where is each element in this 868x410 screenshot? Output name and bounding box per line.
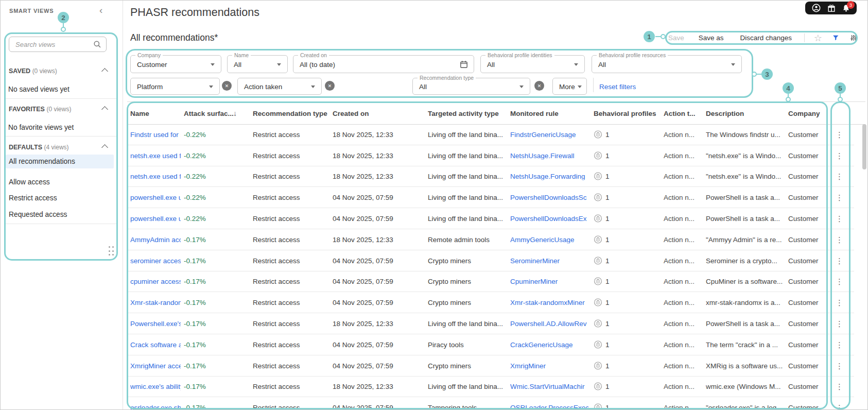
- column-header-description[interactable]: Description: [706, 109, 787, 117]
- monitored-rule-link[interactable]: OSRLoader.ProcessExec: [510, 404, 588, 410]
- behavioral-profiles-cell: 1: [594, 319, 610, 328]
- recommendation-name-link[interactable]: XmrigMiner acces: [130, 362, 181, 369]
- row-menu-kebab-icon[interactable]: ⋮: [836, 215, 843, 222]
- row-menu-kebab-icon[interactable]: ⋮: [836, 320, 843, 327]
- recommendation-type-filter[interactable]: Recommendation type All: [412, 78, 530, 95]
- sidebar-item-allow-access[interactable]: Allow access: [9, 178, 50, 186]
- column-header-company[interactable]: Company: [788, 109, 820, 117]
- chevron-down-icon: [578, 86, 582, 88]
- favorites-section-header[interactable]: FAVORITES (0 views): [9, 106, 71, 113]
- recommendation-name-link[interactable]: Crack software ac: [130, 340, 181, 348]
- row-menu-kebab-icon[interactable]: ⋮: [836, 194, 843, 201]
- clear-recommendation-type-filter-button[interactable]: ✕: [534, 81, 544, 91]
- monitored-rule-link[interactable]: FindstrGenericUsage: [510, 130, 588, 138]
- recommendation-name-link[interactable]: netsh.exe used for: [130, 173, 181, 180]
- monitored-rule-link[interactable]: NetshUsage.Firewall: [510, 151, 588, 159]
- attack-surface-value: -0.22%: [184, 130, 206, 138]
- chevron-up-icon[interactable]: [101, 68, 108, 75]
- column-header-recommendation-type[interactable]: Recommendation type: [253, 109, 327, 117]
- company-filter[interactable]: Company Customer: [130, 55, 221, 73]
- column-header-targeted-activity-type[interactable]: Targeted activity type: [428, 109, 499, 117]
- recommendation-type-value: Restrict access: [253, 299, 300, 306]
- behavioral-profile-resources-filter[interactable]: Behavioral profile resources All: [592, 55, 742, 73]
- search-views-input[interactable]: Search views: [9, 37, 107, 52]
- behavioral-profiles-cell: 1: [594, 382, 610, 391]
- recommendation-name-link[interactable]: osrloader.exe sho: [130, 404, 181, 410]
- column-header-name[interactable]: Name: [130, 109, 181, 117]
- recommendation-name-link[interactable]: wmic.exe's ability: [130, 383, 181, 390]
- column-header-attack-surface[interactable]: Attack surfac...: [184, 109, 234, 117]
- monitored-rule-link[interactable]: SerominerMiner: [510, 257, 588, 264]
- action-taken-value: Action n...: [664, 340, 695, 348]
- row-menu-kebab-icon[interactable]: ⋮: [836, 404, 843, 410]
- monitored-rule-link[interactable]: PowershellDownloadsSc: [510, 194, 588, 201]
- monitored-rule-link[interactable]: PowershellDownloadsEx: [510, 215, 588, 223]
- divider: [5, 224, 118, 224]
- saved-section-header[interactable]: SAVED (0 views): [9, 67, 57, 75]
- name-filter[interactable]: Name All: [227, 55, 288, 73]
- monitored-rule-link[interactable]: CpuminerMiner: [510, 278, 588, 285]
- row-menu-kebab-icon[interactable]: ⋮: [836, 152, 843, 159]
- recommendation-name-link[interactable]: serominer access: [130, 257, 181, 264]
- created-on-value: 18 Nov 2025, 12:33: [333, 235, 393, 243]
- sort-descending-icon[interactable]: ↓: [233, 109, 237, 117]
- defaults-section-header[interactable]: DEFAULTS (4 views): [9, 144, 69, 151]
- recommendation-name-link[interactable]: netsh.exe used for: [130, 151, 181, 159]
- filter-funnel-icon[interactable]: [832, 34, 839, 42]
- gift-icon[interactable]: [827, 4, 836, 12]
- user-icon[interactable]: [812, 4, 821, 12]
- sidebar-collapse-icon[interactable]: ‹: [99, 5, 102, 16]
- row-menu-kebab-icon[interactable]: ⋮: [836, 278, 843, 285]
- monitored-rule-link[interactable]: Powershell.AD.AllowRev: [510, 320, 588, 328]
- row-menu-kebab-icon[interactable]: ⋮: [836, 341, 843, 348]
- sidebar-item-all-recommendations[interactable]: All recommendations: [9, 158, 75, 165]
- column-header-created-on[interactable]: Created on: [333, 109, 369, 117]
- recommendation-name-link[interactable]: powershell.exe us: [130, 194, 181, 201]
- row-menu-kebab-icon[interactable]: ⋮: [836, 173, 843, 180]
- behavioral-profile-identities-filter[interactable]: Behavioral profile identities All: [480, 55, 585, 73]
- row-menu-kebab-icon[interactable]: ⋮: [836, 299, 843, 306]
- table-header: Name Attack surfac... ↓ Recommendation t…: [127, 101, 865, 125]
- sidebar-item-restrict-access[interactable]: Restrict access: [9, 194, 57, 202]
- chevron-up-icon[interactable]: [101, 144, 108, 151]
- column-settings-icon[interactable]: [850, 33, 857, 42]
- reset-filters-link[interactable]: Reset filters: [599, 83, 636, 91]
- row-menu-kebab-icon[interactable]: ⋮: [836, 257, 843, 264]
- recommendation-name-link[interactable]: AmmyAdmin acce: [130, 235, 181, 243]
- favorite-star-icon[interactable]: ☆: [814, 33, 822, 43]
- monitored-rule-link[interactable]: NetshUsage.Forwarding: [510, 173, 588, 180]
- more-filters-dropdown[interactable]: More: [552, 78, 587, 95]
- action-taken-filter[interactable]: Action taken: [237, 78, 322, 95]
- monitored-rule-link[interactable]: XmrigMiner: [510, 362, 588, 369]
- resize-handle-icon[interactable]: [109, 246, 114, 257]
- recommendation-name-link[interactable]: Xmr-stak-random: [130, 299, 181, 306]
- clear-platform-filter-button[interactable]: ✕: [222, 81, 232, 91]
- recommendation-type-value: Restrict access: [253, 383, 300, 390]
- discard-changes-button[interactable]: Discard changes: [740, 34, 792, 42]
- vertical-scrollbar[interactable]: [862, 124, 866, 169]
- monitored-rule-link[interactable]: CrackGenericUsage: [510, 340, 588, 348]
- clear-action-taken-filter-button[interactable]: ✕: [325, 81, 335, 91]
- monitored-rule-link[interactable]: AmmyGenericUsage: [510, 235, 588, 243]
- created-on-filter[interactable]: Created on All (to date): [293, 55, 474, 73]
- recommendation-name-link[interactable]: Findstr used for se: [130, 130, 181, 138]
- row-menu-kebab-icon[interactable]: ⋮: [836, 383, 843, 390]
- recommendation-name-link[interactable]: cpuminer access s: [130, 278, 181, 285]
- monitored-rule-link[interactable]: Wmic.StartVirtualMachir: [510, 383, 588, 390]
- monitored-rule-link[interactable]: Xmr-stak-randomxMiner: [510, 299, 588, 306]
- column-header-action-taken[interactable]: Action t...: [664, 109, 696, 117]
- recommendation-name-link[interactable]: powershell.exe us: [130, 215, 181, 223]
- sidebar-item-requested-access[interactable]: Requested access: [9, 211, 67, 218]
- row-menu-kebab-icon[interactable]: ⋮: [836, 131, 843, 138]
- column-header-monitored-rule[interactable]: Monitored rule: [510, 109, 588, 117]
- created-on-value: 18 Nov 2025, 12:33: [333, 320, 393, 328]
- row-menu-kebab-icon[interactable]: ⋮: [836, 236, 843, 243]
- row-menu-kebab-icon[interactable]: ⋮: [836, 362, 843, 369]
- save-button[interactable]: Save: [668, 34, 684, 42]
- column-header-behavioral-profiles[interactable]: Behavioral profiles: [594, 109, 656, 117]
- save-as-button[interactable]: Save as: [699, 34, 724, 42]
- chevron-up-icon[interactable]: [101, 106, 108, 113]
- recommendation-name-link[interactable]: Powershell.exe's c: [130, 320, 181, 328]
- platform-filter[interactable]: Platform: [130, 78, 220, 95]
- recommendation-type-value: Restrict access: [253, 340, 300, 348]
